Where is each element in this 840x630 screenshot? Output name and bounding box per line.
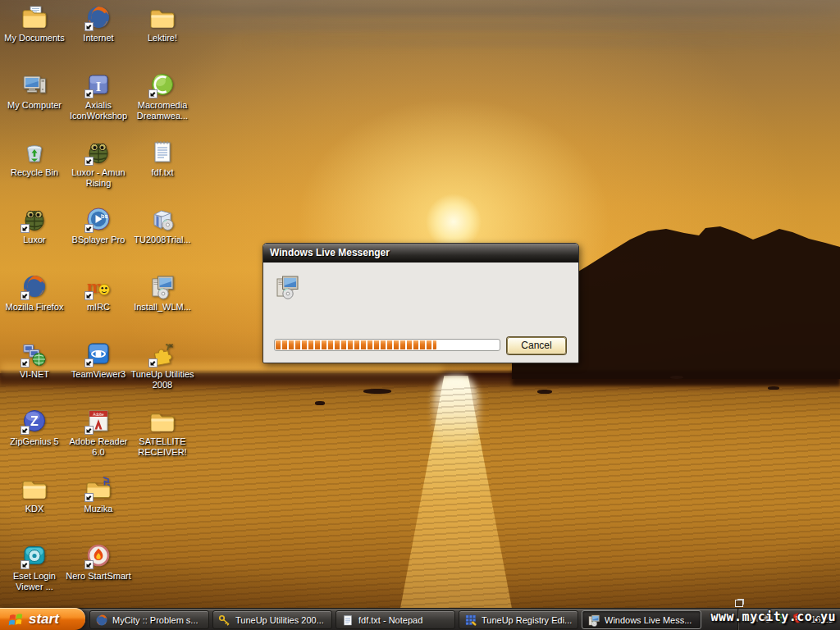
- desktop-icon-my-documents[interactable]: My Documents: [3, 4, 66, 43]
- desktop-icon-zipgenius-5[interactable]: ZZipGenius 5: [3, 408, 66, 447]
- taskbar-button-label: TuneUp Registry Edi...: [482, 615, 572, 625]
- installer-setup-icon: [274, 273, 300, 299]
- task-button-area: MyCity :: Problem s...TuneUp Utilities 2…: [85, 609, 738, 630]
- desktop-icon-label: ZipGenius 5: [0, 436, 70, 447]
- taskbar-button-mycity-problem-s[interactable]: MyCity :: Problem s...: [89, 610, 209, 629]
- desktop-icon-kdx[interactable]: KDX: [3, 475, 66, 514]
- shortcut-arrow-icon: [84, 157, 94, 166]
- desktop-icon-my-computer[interactable]: My Computer: [3, 71, 66, 111]
- boat: [537, 390, 552, 394]
- desktop-icon-mirc[interactable]: mmIRC: [67, 273, 130, 313]
- cloud-streak: [246, 39, 840, 46]
- shortcut-arrow-icon: [21, 291, 30, 300]
- desktop-icon-label: TeamViewer3: [63, 369, 134, 380]
- desktop-icon-label: Adobe Reader 6.0: [63, 436, 134, 458]
- shortcut-arrow-icon: [21, 224, 30, 233]
- desktop-icon-luxor[interactable]: Luxor: [3, 206, 66, 245]
- desktop-icon-label: Eset Login Viewer ...: [0, 571, 70, 592]
- shortcut-arrow-icon: [148, 358, 158, 368]
- folder-icon: [149, 4, 176, 30]
- taskbar-button-tuneup-utilities-200[interactable]: TuneUp Utilities 200...: [212, 610, 332, 629]
- shortcut-arrow-icon: [84, 493, 94, 502]
- taskbar-button-windows-live-mess[interactable]: Windows Live Mess...: [582, 610, 701, 629]
- taskbar-button-label: Windows Live Mess...: [605, 615, 692, 625]
- notepad-doc-icon: [341, 614, 354, 627]
- desktop-icon-vi-net[interactable]: VI-NET: [3, 340, 66, 380]
- desktop-icon-fdf-txt[interactable]: fdf.txt: [131, 139, 194, 178]
- firefox-icon: [95, 614, 108, 627]
- computer-icon: [21, 71, 48, 98]
- desktop-icon-grid: My DocumentsInternetLektire!My ComputerI…: [3, 0, 217, 607]
- desktop-icon-luxor-amun-rising[interactable]: Luxor - Amun Rising: [67, 139, 130, 189]
- desktop-icon-lektire[interactable]: Lektire!: [131, 4, 194, 43]
- desktop-icon-label: BSplayer Pro: [63, 235, 134, 245]
- shortcut-arrow-icon: [21, 560, 30, 569]
- desktop-icon-label: mIRC: [63, 302, 134, 313]
- desktop-icon-label: Recycle Bin: [0, 167, 70, 178]
- start-button[interactable]: start: [0, 608, 85, 630]
- boat: [768, 386, 779, 390]
- desktop-icon-tuneup-utilities-2008[interactable]: TuneUp Utilities 2008: [131, 340, 194, 390]
- installer-box-icon: [149, 206, 176, 232]
- folder-docs-icon: [21, 4, 48, 30]
- desktop-icon-internet[interactable]: Internet: [67, 4, 130, 43]
- install-progress-bar: [274, 339, 500, 351]
- desktop-screen: My DocumentsInternetLektire!My ComputerI…: [0, 0, 840, 630]
- desktop-icon-satellite-receiver[interactable]: SATELLITE RECEIVER!: [131, 408, 194, 458]
- taskbar-button-fdf-txt-notepad[interactable]: fdf.txt - Notepad: [336, 610, 455, 629]
- desktop-icon-label: TuneUp Utilities 2008: [127, 369, 198, 390]
- notepad-doc-icon: [149, 139, 176, 165]
- windows-flag-icon: [8, 611, 25, 628]
- wlm-installer-icon: [587, 614, 600, 627]
- desktop-icon-label: fdf.txt: [127, 167, 198, 178]
- recycle-bin-icon: [21, 139, 48, 165]
- desktop-icon-label: Nero StartSmart: [63, 571, 134, 582]
- desktop-icon-label: TU2008Trial...: [127, 235, 198, 245]
- shortcut-arrow-icon: [21, 426, 30, 435]
- desktop-icon-label: KDX: [0, 504, 70, 514]
- shortcut-arrow-icon: [84, 224, 94, 233]
- desktop-icon-nero-startsmart[interactable]: Nero StartSmart: [67, 542, 130, 582]
- desktop-icon-axialis-iconworkshop[interactable]: IAxialis IconWorkshop: [67, 71, 130, 121]
- desktop-icon-install-wlm[interactable]: Install_WLM...: [131, 273, 194, 313]
- desktop-icon-label: Internet: [63, 33, 134, 43]
- tuneup-keys-icon: [218, 614, 231, 627]
- folder-icon: [149, 408, 176, 434]
- taskbar-button-label: fdf.txt - Notepad: [358, 615, 422, 625]
- taskbar-button-tuneup-registry-edi[interactable]: TuneUp Registry Edi...: [459, 610, 578, 629]
- desktop-icon-recycle-bin[interactable]: Recycle Bin: [3, 139, 66, 178]
- desktop-icon-eset-login-viewer[interactable]: Eset Login Viewer ...: [3, 542, 66, 592]
- desktop-icon-muzika[interactable]: Muzika: [67, 475, 130, 514]
- desktop-icon-label: Muzika: [63, 504, 134, 514]
- overflow-window-icon: [735, 600, 743, 607]
- wlm-installer-dialog: Windows Live Messenger Cancel: [262, 243, 579, 363]
- shortcut-arrow-icon: [84, 358, 94, 368]
- desktop-icon-bsplayer-pro[interactable]: bsBSplayer Pro: [67, 206, 130, 245]
- windows-flag-icon: [8, 611, 25, 628]
- wlm-installer-icon: [149, 273, 176, 299]
- desktop-icon-adobe-reader-6-0[interactable]: AdobeAdobe Reader 6.0: [67, 408, 130, 458]
- shortcut-arrow-icon: [84, 426, 94, 435]
- registry-grid-icon: [464, 614, 477, 627]
- desktop-icon-mozilla-firefox[interactable]: Mozilla Firefox: [3, 273, 66, 313]
- desktop-icon-label: My Documents: [0, 33, 70, 43]
- shortcut-arrow-icon: [84, 22, 94, 31]
- desktop-icon-label: My Computer: [0, 100, 70, 111]
- shortcut-arrow-icon: [148, 89, 158, 98]
- boat: [363, 389, 391, 394]
- svg-text:Z: Z: [30, 414, 39, 428]
- dialog-title-text: Windows Live Messenger: [270, 247, 390, 258]
- taskbar-button-label: MyCity :: Problem s...: [112, 615, 199, 625]
- cancel-button[interactable]: Cancel: [507, 337, 566, 354]
- site-watermark: www.mycity.co.yu: [711, 609, 837, 624]
- desktop-icon-macromedia-dreamwea[interactable]: Macromedia Dreamwea...: [131, 71, 194, 121]
- desktop-icon-label: Mozilla Firefox: [0, 302, 70, 313]
- desktop-icon-teamviewer3[interactable]: TeamViewer3: [67, 340, 130, 380]
- desktop-icon-label: Macromedia Dreamwea...: [127, 100, 198, 121]
- desktop-icon-tu2008trial[interactable]: TU2008Trial...: [131, 206, 194, 245]
- desktop-icon-label: Axialis IconWorkshop: [63, 100, 134, 121]
- dialog-title-bar[interactable]: Windows Live Messenger: [263, 244, 578, 262]
- shortcut-arrow-icon: [84, 89, 94, 98]
- desktop-icon-label: VI-NET: [0, 369, 70, 380]
- shortcut-arrow-icon: [84, 291, 94, 300]
